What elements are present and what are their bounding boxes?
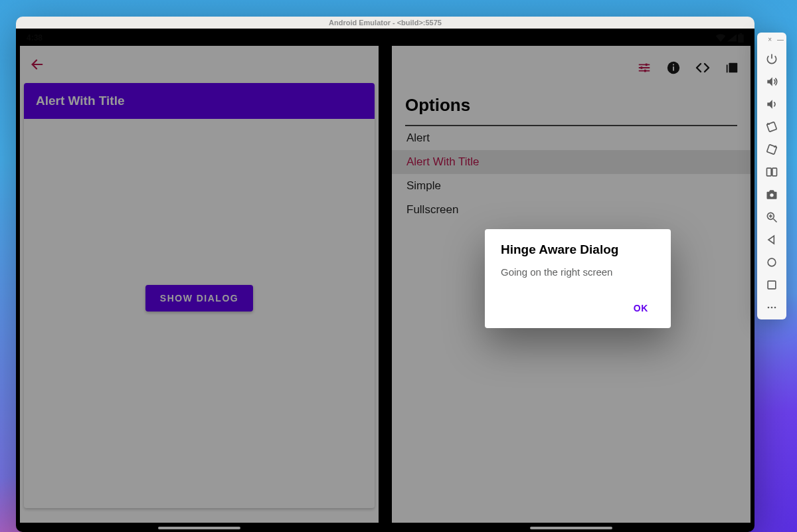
more-button[interactable] xyxy=(762,300,782,315)
alert-dialog: Hinge Aware Dialog Going on the right sc… xyxy=(485,229,671,328)
rotate-right-button[interactable] xyxy=(762,141,782,157)
emulator-title: Android Emulator - <build>:5575 xyxy=(329,19,442,27)
svg-point-28 xyxy=(774,307,776,309)
volume-up-icon xyxy=(765,75,778,88)
svg-point-18 xyxy=(770,193,773,197)
zoom-button[interactable] xyxy=(762,209,782,225)
dialog-ok-button[interactable]: OK xyxy=(627,298,655,319)
svg-point-26 xyxy=(768,307,770,309)
svg-point-27 xyxy=(771,307,773,309)
svg-rect-25 xyxy=(768,281,776,289)
emulator-window: Android Emulator - <build>:5575 Alert Wi… xyxy=(16,17,754,532)
back-nav-button[interactable] xyxy=(762,232,782,248)
camera-icon xyxy=(765,188,778,201)
back-triangle-icon xyxy=(765,233,778,246)
device-frame: Alert With Title SHOW DIALOG xyxy=(16,29,754,532)
more-icon xyxy=(765,301,778,314)
dialog-title: Hinge Aware Dialog xyxy=(501,242,655,257)
svg-marker-23 xyxy=(768,236,774,244)
fold-button[interactable] xyxy=(762,164,782,180)
volume-down-icon xyxy=(765,98,778,111)
side-minimize-icon[interactable]: — xyxy=(777,37,784,46)
rotate-left-icon xyxy=(765,120,778,133)
power-button[interactable] xyxy=(762,51,782,67)
camera-button[interactable] xyxy=(762,187,782,203)
volume-up-button[interactable] xyxy=(762,74,782,90)
svg-point-24 xyxy=(768,258,776,266)
dialog-actions: OK xyxy=(501,298,655,321)
svg-line-20 xyxy=(774,219,777,222)
overview-nav-button[interactable] xyxy=(762,277,782,293)
svg-rect-16 xyxy=(767,168,772,176)
home-nav-button[interactable] xyxy=(762,254,782,270)
rotate-right-icon xyxy=(765,143,778,156)
overview-square-icon xyxy=(765,278,778,292)
emulator-side-toolbar: × — xyxy=(757,33,786,319)
volume-down-button[interactable] xyxy=(762,96,782,112)
svg-rect-17 xyxy=(772,168,777,176)
emulator-titlebar: Android Emulator - <build>:5575 xyxy=(16,17,754,29)
side-close-icon[interactable]: × xyxy=(768,37,772,46)
rotate-left-button[interactable] xyxy=(762,119,782,135)
home-circle-icon xyxy=(765,256,778,269)
zoom-icon xyxy=(765,211,778,224)
power-icon xyxy=(765,52,778,66)
dialog-body: Going on the right screen xyxy=(501,266,655,278)
fold-icon xyxy=(765,165,778,179)
side-window-controls: × — xyxy=(757,37,786,46)
